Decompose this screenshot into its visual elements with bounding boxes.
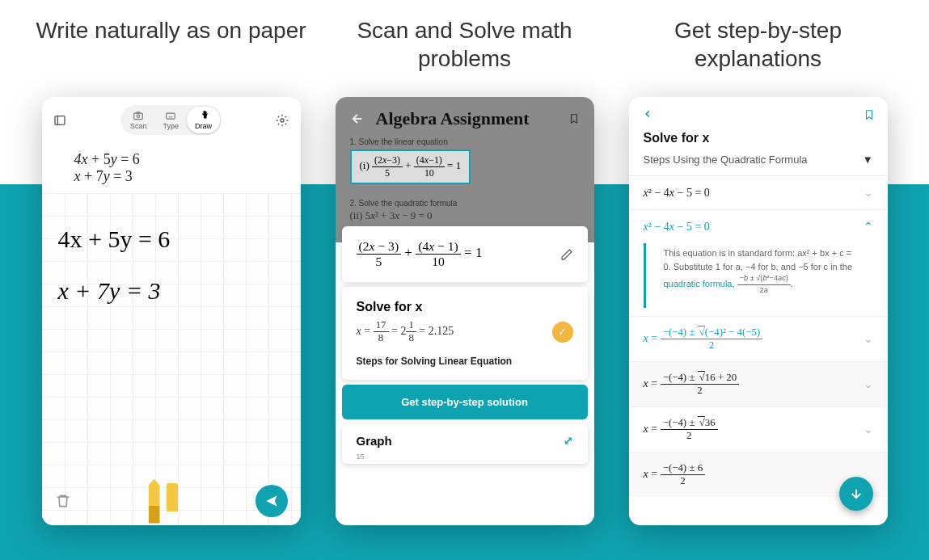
mode-type[interactable]: Type <box>154 107 187 133</box>
typed-formula: 4x + 5y = 6 x + 7y = 3 <box>42 143 301 193</box>
svg-rect-0 <box>55 116 65 124</box>
captured-equation-card: (2x − 3)5 + (4x − 1)10 = 1 <box>342 226 588 282</box>
handwriting-line1: 4x + 5y = 6 <box>58 225 285 253</box>
chevron-down-icon: ⌄ <box>864 377 873 391</box>
method-selector[interactable]: Steps Using the Quadratic Formula ▼ <box>629 154 888 175</box>
draw-canvas[interactable]: 4x + 5y = 6 x + 7y = 3 <box>42 193 301 525</box>
submit-button[interactable] <box>255 485 288 517</box>
step-4[interactable]: x = −(−4) ± √16 + 202 ⌄ <box>629 361 888 406</box>
graph-tick: 15 <box>357 453 573 461</box>
sidebar-icon[interactable] <box>53 114 66 127</box>
camera-icon <box>133 110 144 121</box>
chevron-down-icon: ⌄ <box>864 186 873 200</box>
phone-steps: Solve for x Steps Using the Quadratic Fo… <box>629 97 888 525</box>
chevron-up-icon: ⌃ <box>864 220 873 234</box>
quadratic-formula-link[interactable]: quadratic formula <box>664 279 733 288</box>
panel-steps-headline: Get step-by-step explanations <box>621 16 896 74</box>
chevron-down-icon: ⌄ <box>864 423 873 436</box>
trash-icon[interactable] <box>55 493 71 509</box>
step-1[interactable]: x² − 4x − 5 = 0 ⌄ <box>629 175 888 209</box>
back-icon[interactable] <box>350 112 365 126</box>
panel-write: Write naturally as on paper Scan Type <box>34 16 309 525</box>
graph-header: Graph <box>357 434 392 448</box>
panel-scan: Scan and Solve math problems Algebra Ass… <box>327 16 602 525</box>
svg-rect-4 <box>167 113 175 119</box>
mode-scan[interactable]: Scan <box>122 107 155 133</box>
step-5[interactable]: x = −(−4) ± √362 ⌄ <box>629 406 888 452</box>
edit-icon[interactable] <box>560 248 573 261</box>
svg-point-9 <box>281 119 284 122</box>
chevron-down-icon: ⌄ <box>864 332 873 346</box>
expand-icon[interactable]: ⤢ <box>564 434 573 448</box>
solve-for-header: Solve for x <box>357 300 573 314</box>
input-mode-toggle[interactable]: Scan Type Draw <box>120 105 222 135</box>
step-3[interactable]: x = −(−4) ± √(−4)² − 4(−5)2 ⌄ <box>629 316 888 361</box>
svg-point-3 <box>137 115 140 118</box>
panel-write-headline: Write naturally as on paper <box>36 16 306 74</box>
camera-viewport: Algebra Assignment 1. Solve the linear e… <box>336 97 594 242</box>
bookmark-icon[interactable] <box>568 112 580 125</box>
eraser-tool[interactable] <box>167 483 178 524</box>
pencil-tool[interactable] <box>149 479 160 524</box>
graph-card: Graph ⤢ 15 <box>342 424 588 464</box>
step-2[interactable]: x² − 4x − 5 = 0 ⌃ <box>629 209 888 243</box>
handwriting-line2: x + 7y = 3 <box>58 277 285 305</box>
phone-scan: Algebra Assignment 1. Solve the linear e… <box>336 97 594 525</box>
panel-scan-headline: Scan and Solve math problems <box>327 16 602 74</box>
scroll-down-fab[interactable] <box>839 477 873 511</box>
panel-steps: Get step-by-step explanations Solve for … <box>621 16 896 525</box>
solution-card: Solve for x x = 178 = 218 = 2.125 ✓ Step… <box>342 287 588 380</box>
back-chevron-icon[interactable] <box>642 108 653 121</box>
problem2-label: 2. Solve the quadratic formula <box>350 199 580 208</box>
bookmark-outline-icon[interactable] <box>864 108 875 121</box>
keyboard-icon <box>165 110 176 121</box>
hand-icon <box>198 110 209 121</box>
check-icon: ✓ <box>552 322 573 343</box>
get-solution-button[interactable]: Get step-by-step solution <box>342 385 588 419</box>
scan-capture-box[interactable]: (i) (2x−3)5 + (4x−1)10 = 1 <box>350 149 471 184</box>
step-explanation: This equation is in standard form: ax² +… <box>644 243 873 308</box>
mode-draw[interactable]: Draw <box>187 107 220 133</box>
steps-title: Solve for x <box>629 128 888 154</box>
problem1-label: 1. Solve the linear equation <box>350 137 580 146</box>
svg-rect-2 <box>134 113 143 120</box>
phone-write: Scan Type Draw 4x + 5y = 6 <box>42 97 301 525</box>
settings-icon[interactable] <box>276 114 289 127</box>
dropdown-icon: ▼ <box>863 154 873 166</box>
steps-link[interactable]: Steps for Solving Linear Equation <box>357 356 573 367</box>
assignment-title: Algebra Assignment <box>376 108 557 129</box>
